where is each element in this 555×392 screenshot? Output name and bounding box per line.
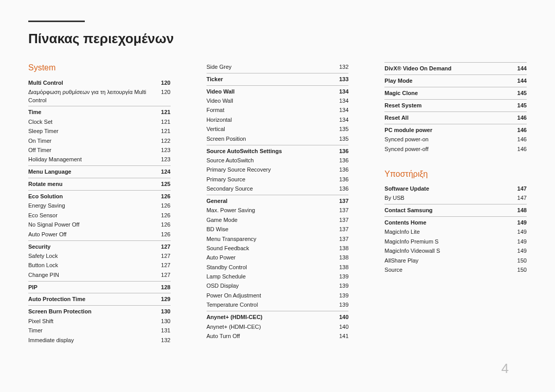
toc-group-header[interactable]: Auto Protection Time129 [28,293,171,304]
toc-subitem[interactable]: Διαμόρφωση ρυθμίσεων για τη λειτουργία M… [28,88,171,105]
toc-subitem[interactable]: Horizontal134 [207,115,349,124]
toc-page: 136 [333,157,348,164]
toc-label: Synced power-off [384,145,511,153]
toc-subitem[interactable]: Source AutoSwitch136 [207,156,349,165]
toc-label: Lamp Schedule [207,273,334,281]
toc-subitem[interactable]: Holiday Management123 [28,155,171,164]
toc-group-header[interactable]: Source AutoSwitch Settings136 [207,145,349,156]
toc-page: 135 [333,135,348,143]
toc-group-header[interactable]: Ticker133 [207,73,349,84]
toc-subitem[interactable]: Synced power-on146 [384,135,527,144]
toc-subitem[interactable]: Format134 [207,106,349,115]
toc-columns: SystemMulti Control120Διαμόρφωση ρυθμίσε… [28,62,527,350]
toc-subitem[interactable]: Lamp Schedule139 [207,272,349,282]
toc-subitem[interactable]: Sleep Timer121 [28,127,171,136]
toc-subitem[interactable]: Side Grey132 [207,62,349,71]
toc-subitem[interactable]: Game Mode137 [207,215,349,225]
toc-subitem[interactable]: Safety Lock127 [28,251,171,260]
toc-page: 126 [155,221,171,229]
toc-subitem[interactable]: Change PIN127 [28,270,171,279]
toc-subitem[interactable]: Auto Power Off126 [28,230,171,239]
toc-group-header[interactable]: Software Update147 [384,185,527,194]
toc-group-header[interactable]: Play Mode144 [384,74,527,86]
toc-label: Auto Protection Time [28,295,155,303]
toc-group-header[interactable]: PC module power146 [384,124,527,135]
toc-page: 139 [333,292,348,300]
toc-subitem[interactable]: Synced power-off146 [384,144,527,154]
toc-subitem[interactable]: Primary Source Recovery136 [207,165,349,175]
toc-subitem[interactable]: Standby Control138 [207,263,349,272]
toc-subitem[interactable]: Temperature Control139 [207,301,349,310]
toc-label: AllShare Play [384,257,511,265]
toc-group-header[interactable]: Reset All146 [384,111,527,123]
toc-subitem[interactable]: Vertical135 [207,125,349,134]
toc-page: 137 [333,235,348,243]
toc-page: 136 [333,147,348,155]
toc-subitem[interactable]: By USB147 [384,194,527,203]
toc-group-header[interactable]: DivX® Video On Demand144 [384,62,527,73]
toc-subitem[interactable]: Immediate display132 [28,335,171,345]
toc-subitem[interactable]: Source150 [384,266,527,275]
toc-group-header[interactable]: Time121 [28,106,171,117]
toc-label: Reset All [384,114,511,122]
toc-subitem[interactable]: Secondary Source136 [207,184,349,194]
toc-label: Max. Power Saving [207,207,334,214]
toc-label: Off Timer [28,146,155,154]
toc-group-header[interactable]: Screen Burn Protection130 [28,305,171,316]
toc-page: 146 [511,136,527,143]
toc-label: Pixel Shift [28,318,155,325]
toc-subitem[interactable]: BD Wise137 [207,225,349,234]
toc-subitem[interactable]: Clock Set121 [28,117,171,126]
toc-subitem[interactable]: OSD Display139 [207,282,349,291]
toc-subitem[interactable]: AllShare Play150 [384,256,527,265]
toc-label: General [207,197,334,205]
toc-subitem[interactable]: MagicInfo Videowall S149 [384,247,527,256]
toc-subitem[interactable]: Eco Sensor126 [28,211,171,220]
toc-group-header[interactable]: Anynet+ (HDMI-CEC)140 [207,311,349,322]
toc-subitem[interactable]: Primary Source136 [207,175,349,184]
toc-subitem[interactable]: Button Lock127 [28,261,171,270]
toc-page: 149 [511,228,527,236]
toc-subitem[interactable]: Pixel Shift130 [28,316,171,326]
toc-page: 150 [511,266,527,274]
toc-group-header[interactable]: Eco Solution126 [28,190,171,201]
toc-page: 137 [333,207,348,214]
toc-group-header[interactable]: General137 [207,195,349,206]
toc-label: Auto Power Off [28,231,155,238]
toc-subitem[interactable]: Sound Feedback138 [207,244,349,253]
toc-subitem[interactable]: Video Wall134 [207,97,349,106]
toc-page: 132 [333,63,348,71]
toc-subitem[interactable]: MagicInfo Premium S149 [384,237,527,246]
toc-subitem[interactable]: Screen Position135 [207,134,349,143]
toc-label: Holiday Management [28,156,155,163]
toc-subitem[interactable]: Auto Turn Off141 [207,331,349,341]
toc-subitem[interactable]: MagicInfo Lite149 [384,228,527,237]
toc-subitem[interactable]: Off Timer123 [28,146,171,155]
toc-page: 123 [155,156,171,163]
toc-page: 123 [155,146,171,154]
toc-subitem[interactable]: Auto Power138 [207,253,349,263]
toc-subitem[interactable]: On Timer122 [28,136,171,145]
toc-page: 139 [333,301,348,309]
toc-page: 134 [333,116,348,124]
toc-group-header[interactable]: PIP128 [28,281,171,292]
toc-page: 132 [155,337,171,344]
toc-subitem[interactable]: Menu Transparency137 [207,234,349,244]
toc-group-header[interactable]: Magic Clone145 [384,87,527,98]
toc-subitem[interactable]: Power On Adjustment139 [207,291,349,300]
toc-subitem[interactable]: Energy Saving126 [28,201,171,211]
toc-group-header[interactable]: Rotate menu125 [28,178,171,189]
toc-group-header[interactable]: Contents Home149 [384,216,527,228]
toc-subitem[interactable]: Max. Power Saving137 [207,206,349,215]
toc-subitem[interactable]: Timer131 [28,326,171,335]
toc-group-header[interactable]: Security127 [28,240,171,252]
toc-subitem[interactable]: Anynet+ (HDMI-CEC)140 [207,322,349,331]
toc-group-header[interactable]: Reset System145 [384,99,527,110]
toc-group-header[interactable]: Menu Language124 [28,165,171,177]
toc-page: 136 [333,166,348,174]
toc-subitem[interactable]: No Signal Power Off126 [28,220,171,230]
toc-page: 147 [511,185,527,193]
toc-group-header[interactable]: Contact Samsung148 [384,204,527,215]
toc-group-header[interactable]: Video Wall134 [207,85,349,97]
toc-group-header[interactable]: Multi Control120 [28,79,171,88]
